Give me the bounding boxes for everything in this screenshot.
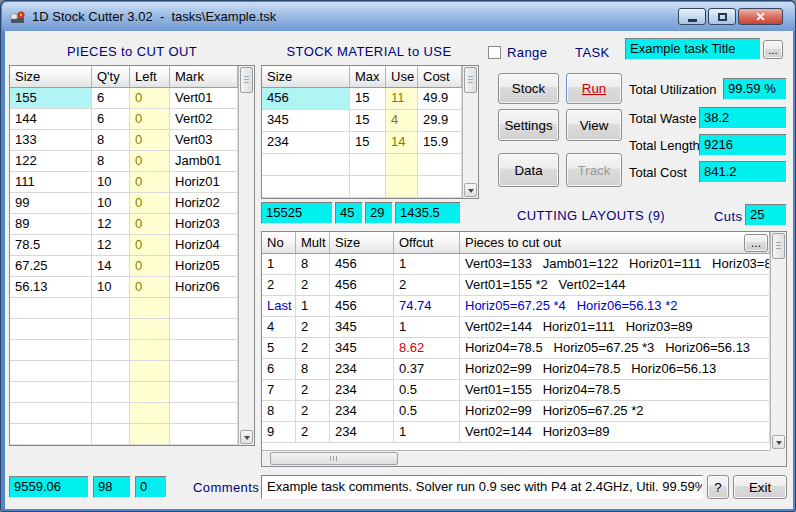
table-row[interactable]: 345 15 4 29.9 bbox=[262, 110, 478, 132]
cell[interactable] bbox=[130, 361, 170, 382]
cell[interactable] bbox=[92, 382, 130, 403]
task-title-field[interactable]: Example task Title bbox=[625, 38, 761, 60]
cell[interactable]: 1 bbox=[394, 254, 460, 275]
layouts-hscrollbar[interactable] bbox=[262, 450, 770, 466]
cell[interactable]: 2 bbox=[296, 380, 330, 401]
cell[interactable]: Horiz04 bbox=[170, 235, 238, 256]
table-row[interactable] bbox=[10, 403, 254, 424]
cell[interactable] bbox=[10, 382, 92, 403]
cell[interactable]: Horiz03 bbox=[170, 214, 238, 235]
pieces-table[interactable]: Size Q'ty Left Mark 155 6 0 Vert01 144 6… bbox=[9, 65, 255, 446]
table-row[interactable] bbox=[10, 319, 254, 340]
cell[interactable]: 8 bbox=[92, 151, 130, 172]
cell[interactable] bbox=[262, 176, 350, 198]
cell[interactable]: 29.9 bbox=[418, 110, 462, 132]
cell[interactable]: 49.9 bbox=[418, 88, 462, 110]
cell[interactable] bbox=[386, 176, 418, 198]
cell[interactable]: 0.37 bbox=[394, 359, 460, 380]
table-row[interactable]: 7 2 234 0.5 Vert01=155 Horiz04=78.5 bbox=[262, 380, 786, 401]
cell[interactable] bbox=[170, 340, 238, 361]
table-row[interactable] bbox=[10, 361, 254, 382]
cell[interactable]: 1 bbox=[262, 254, 296, 275]
cell[interactable]: 8.62 bbox=[394, 338, 460, 359]
cell[interactable]: 0 bbox=[130, 256, 170, 277]
scroll-down-icon[interactable] bbox=[240, 430, 253, 444]
cell[interactable]: Vert02=144 Horiz01=111 Horiz03=89 bbox=[460, 317, 770, 338]
cell[interactable]: 15 bbox=[350, 132, 386, 154]
cell[interactable]: 345 bbox=[330, 338, 394, 359]
scroll-down-icon[interactable] bbox=[464, 183, 477, 197]
table-row[interactable]: 56.13 10 0 Horiz06 bbox=[10, 277, 254, 298]
cell[interactable]: 144 bbox=[10, 109, 92, 130]
cell[interactable]: 5 bbox=[262, 338, 296, 359]
cell[interactable]: 99 bbox=[10, 193, 92, 214]
cell[interactable]: Vert02 bbox=[170, 109, 238, 130]
cell[interactable]: 0 bbox=[130, 277, 170, 298]
table-row[interactable] bbox=[10, 424, 254, 445]
table-row[interactable]: 9 2 234 1 Vert02=144 Horiz03=89 bbox=[262, 422, 786, 443]
cell[interactable]: 0 bbox=[130, 172, 170, 193]
cell[interactable] bbox=[350, 176, 386, 198]
titlebar[interactable]: 1D Stock Cutter 3.02 - tasks\Example.tsk… bbox=[2, 2, 795, 31]
settings-button[interactable]: Settings bbox=[498, 109, 559, 141]
cell[interactable] bbox=[170, 403, 238, 424]
cell[interactable]: 2 bbox=[296, 338, 330, 359]
cell[interactable] bbox=[170, 298, 238, 319]
cell[interactable]: 2 bbox=[296, 275, 330, 296]
cell[interactable]: 6 bbox=[92, 88, 130, 109]
cell[interactable] bbox=[130, 382, 170, 403]
cell[interactable] bbox=[418, 176, 462, 198]
minimize-icon[interactable] bbox=[678, 8, 706, 25]
stock-col-size[interactable]: Size bbox=[262, 66, 350, 88]
cell[interactable]: 0 bbox=[130, 151, 170, 172]
data-button[interactable]: Data bbox=[498, 153, 559, 187]
cell[interactable] bbox=[130, 319, 170, 340]
layouts-col-pieces[interactable]: Pieces to cut out bbox=[460, 232, 770, 254]
layouts-col-offcut[interactable]: Offcut bbox=[394, 232, 460, 254]
table-row[interactable]: 111 10 0 Horiz01 bbox=[10, 172, 254, 193]
cell[interactable]: 122 bbox=[10, 151, 92, 172]
close-icon[interactable]: ✕ bbox=[738, 8, 783, 25]
cell[interactable]: 234 bbox=[330, 380, 394, 401]
cell[interactable]: 10 bbox=[92, 193, 130, 214]
cell[interactable] bbox=[10, 403, 92, 424]
cell[interactable]: Horiz05 bbox=[170, 256, 238, 277]
table-row[interactable]: 1 8 456 1 Vert03=133 Jamb01=122 Horiz01=… bbox=[262, 254, 786, 275]
cell[interactable] bbox=[92, 298, 130, 319]
table-row[interactable]: 2 2 456 2 Vert01=155 *2 Vert02=144 bbox=[262, 275, 786, 296]
cell[interactable] bbox=[92, 424, 130, 445]
table-row[interactable] bbox=[10, 298, 254, 319]
cell[interactable]: 74.74 bbox=[394, 296, 460, 317]
cell[interactable]: 10 bbox=[92, 277, 130, 298]
cell[interactable]: 15 bbox=[350, 110, 386, 132]
cell[interactable]: 78.5 bbox=[10, 235, 92, 256]
cell[interactable]: 155 bbox=[10, 88, 92, 109]
cell[interactable]: 234 bbox=[330, 422, 394, 443]
cell[interactable]: 6 bbox=[262, 359, 296, 380]
table-row[interactable]: 234 15 14 15.9 bbox=[262, 132, 478, 154]
cell[interactable]: 8 bbox=[262, 401, 296, 422]
cell[interactable]: 15 bbox=[350, 88, 386, 110]
cell[interactable]: 14 bbox=[386, 132, 418, 154]
scrollbar-thumb[interactable] bbox=[240, 67, 253, 93]
cell[interactable] bbox=[170, 319, 238, 340]
layouts-vscrollbar[interactable] bbox=[770, 232, 786, 450]
view-button[interactable]: View bbox=[566, 109, 622, 141]
cell[interactable]: Vert01=155 Horiz04=78.5 bbox=[460, 380, 770, 401]
cell[interactable] bbox=[130, 340, 170, 361]
layouts-col-no[interactable]: No bbox=[262, 232, 296, 254]
cell[interactable] bbox=[92, 319, 130, 340]
cell[interactable]: 89 bbox=[10, 214, 92, 235]
cell[interactable]: 8 bbox=[296, 359, 330, 380]
cell[interactable]: 4 bbox=[386, 110, 418, 132]
cell[interactable]: 12 bbox=[92, 214, 130, 235]
cell[interactable]: 2 bbox=[262, 275, 296, 296]
stock-col-cost[interactable]: Cost bbox=[418, 66, 462, 88]
cell[interactable]: 345 bbox=[262, 110, 350, 132]
scrollbar-thumb[interactable] bbox=[772, 233, 785, 259]
cell[interactable] bbox=[10, 361, 92, 382]
table-row[interactable]: 4 2 345 1 Vert02=144 Horiz01=111 Horiz03… bbox=[262, 317, 786, 338]
cell[interactable]: Horiz04=78.5 Horiz05=67.25 *3 Horiz06=56… bbox=[460, 338, 770, 359]
cell[interactable]: 133 bbox=[10, 130, 92, 151]
help-button[interactable]: ? bbox=[707, 475, 729, 499]
